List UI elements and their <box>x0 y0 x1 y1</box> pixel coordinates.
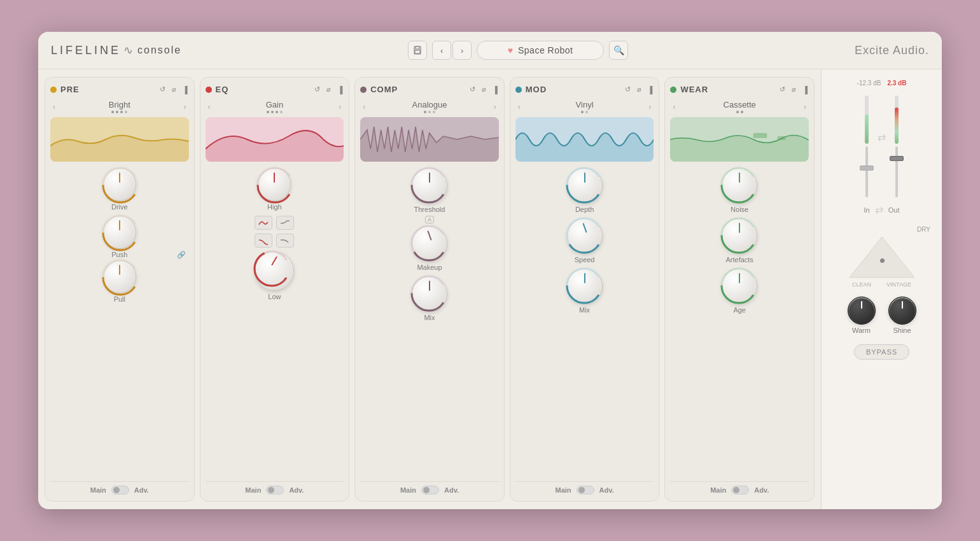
pre-reset-btn[interactable]: ↺ <box>158 84 167 95</box>
main-content: PRE ↺ ⌀ ▐ ‹ Bright <box>38 69 942 509</box>
shine-knob[interactable] <box>888 297 916 325</box>
comp-knob-icon[interactable]: ⌀ <box>480 84 487 95</box>
in-out-row: In ⇄ Out <box>864 204 900 216</box>
mod-bars-icon[interactable]: ▐ <box>647 85 654 95</box>
mod-reset-btn[interactable]: ↺ <box>624 84 632 95</box>
wear-title: WEAR <box>680 85 774 94</box>
mod-depth-label: Depth <box>575 206 594 213</box>
comp-bars-icon[interactable]: ▐ <box>491 85 499 95</box>
in-slider-handle[interactable] <box>860 165 874 171</box>
comp-makeup-knob[interactable] <box>412 226 447 262</box>
comp-threshold-knob[interactable] <box>412 168 447 204</box>
comp-auto-indicator: A <box>425 216 434 223</box>
eq-prev-arrow[interactable]: ‹ <box>208 102 211 111</box>
mod-depth-knob[interactable] <box>567 168 603 204</box>
mod-title: MOD <box>526 85 620 94</box>
eq-title: EQ <box>216 85 310 94</box>
prev-preset-button[interactable]: ‹ <box>432 41 451 60</box>
mod-speed-knob[interactable] <box>567 218 603 254</box>
header-center: ‹ › ♥ Space Robot 🔍 <box>181 41 855 60</box>
out-slider-handle[interactable] <box>890 156 904 161</box>
triangle-shape[interactable] <box>847 234 917 280</box>
wear-next-arrow[interactable]: › <box>804 102 806 111</box>
comp-knobs: Threshold A Makeup <box>360 168 499 481</box>
pre-title: PRE <box>60 85 155 94</box>
wear-toggle[interactable] <box>731 486 749 495</box>
pre-dot-4 <box>125 111 127 113</box>
wear-preset-label: Cassette <box>724 100 756 109</box>
mod-toggle[interactable] <box>577 486 594 495</box>
eq-bars-icon[interactable]: ▐ <box>336 85 344 95</box>
shine-label: Shine <box>893 327 911 334</box>
comp-mix-knob[interactable] <box>412 276 447 312</box>
pre-knob-icon[interactable]: ⌀ <box>171 84 178 95</box>
eq-filter-btn-4[interactable] <box>276 234 294 248</box>
wear-reset-btn[interactable]: ↺ <box>778 84 787 95</box>
mod-main-label: Main <box>556 486 571 494</box>
logo-text: LIFELINE <box>51 44 121 57</box>
wear-dot-1 <box>736 111 739 113</box>
pre-bars-icon[interactable]: ▐ <box>181 85 189 95</box>
preset-name: Space Robot <box>518 45 573 55</box>
pre-drive-knob[interactable] <box>103 168 136 201</box>
mod-prev-arrow[interactable]: ‹ <box>518 102 521 111</box>
mod-dot <box>515 87 522 93</box>
comp-toggle[interactable] <box>421 486 439 495</box>
in-meter-fill <box>865 115 869 144</box>
bypass-button[interactable]: BYPASS <box>854 344 909 360</box>
comp-next-arrow[interactable]: › <box>494 102 496 111</box>
eq-waveform <box>206 117 344 162</box>
dry-section: DRY CLEAN VINTAGE <box>828 226 935 288</box>
comp-title: COMP <box>370 85 465 94</box>
eq-low-group: Low <box>255 251 294 300</box>
eq-filter-btn-1[interactable] <box>255 216 272 230</box>
comp-reset-btn[interactable]: ↺ <box>468 84 477 95</box>
wear-age-knob[interactable] <box>722 269 757 304</box>
next-preset-button[interactable]: › <box>452 41 472 60</box>
wear-noise-knob[interactable] <box>722 168 757 204</box>
pre-pull-knob[interactable] <box>103 260 136 293</box>
eq-knob-icon[interactable]: ⌀ <box>325 84 332 95</box>
wear-dot-2 <box>741 111 743 113</box>
eq-high-group: High <box>258 168 291 211</box>
eq-filter-btn-3[interactable] <box>255 234 272 248</box>
svg-rect-25 <box>753 133 767 138</box>
eq-high-knob[interactable] <box>258 168 291 201</box>
vintage-label: VINTAGE <box>886 281 911 288</box>
mod-knob-icon[interactable]: ⌀ <box>636 84 643 95</box>
wear-adv-label: Adv. <box>754 486 769 494</box>
eq-toggle[interactable] <box>266 486 284 495</box>
wear-prev-arrow[interactable]: ‹ <box>673 102 675 111</box>
wear-bars-icon[interactable]: ▐ <box>801 85 809 95</box>
eq-reset-btn[interactable]: ↺ <box>313 84 321 95</box>
pre-next-arrow[interactable]: › <box>184 102 186 111</box>
comp-dot-2 <box>428 111 431 113</box>
mod-mix-group: Mix <box>567 269 603 314</box>
logo-sub: console <box>137 45 181 56</box>
pre-adv-label: Adv. <box>134 486 149 494</box>
search-button[interactable]: 🔍 <box>609 41 628 60</box>
eq-next-arrow[interactable]: › <box>339 102 341 111</box>
pre-knobs: Drive Push 🔗 <box>50 168 189 481</box>
comp-threshold-group: Threshold <box>412 168 447 213</box>
comp-footer: Main Adv. <box>360 481 499 495</box>
pre-prev-arrow[interactable]: ‹ <box>53 102 55 111</box>
out-meter-fill <box>895 108 899 144</box>
pre-push-knob[interactable] <box>103 216 136 249</box>
modules-area: PRE ↺ ⌀ ▐ ‹ Bright <box>38 69 821 509</box>
mod-next-arrow[interactable]: › <box>648 102 651 111</box>
pre-toggle[interactable] <box>111 486 129 495</box>
comp-prev-arrow[interactable]: ‹ <box>363 102 365 111</box>
eq-low-knob[interactable] <box>255 251 294 291</box>
clean-label: CLEAN <box>852 281 871 288</box>
triangle-container <box>847 234 917 280</box>
mod-mix-knob[interactable] <box>567 269 603 304</box>
eq-filter-btn-2[interactable] <box>276 216 294 230</box>
save-button[interactable] <box>408 41 427 60</box>
mod-adv-label: Adv. <box>599 486 614 494</box>
wear-artefacts-knob[interactable] <box>722 218 757 254</box>
warm-knob[interactable] <box>848 297 876 325</box>
wear-main-label: Main <box>710 486 726 494</box>
wear-knob-icon[interactable]: ⌀ <box>790 84 797 95</box>
pre-dot-3 <box>120 111 123 113</box>
